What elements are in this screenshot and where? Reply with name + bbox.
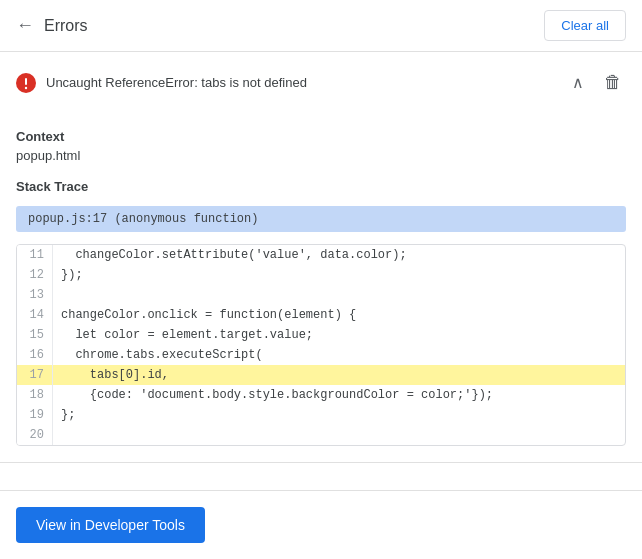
clear-all-button[interactable]: Clear all	[544, 10, 626, 41]
code-line: 12});	[17, 265, 625, 285]
page-title: Errors	[44, 17, 88, 35]
stack-trace-label: Stack Trace	[16, 179, 626, 194]
line-number: 17	[17, 365, 53, 385]
line-number: 15	[17, 325, 53, 345]
error-header-row: Uncaught ReferenceError: tabs is not def…	[0, 52, 642, 113]
header-left: ← Errors	[16, 15, 88, 36]
line-content: changeColor.onclick = function(element) …	[53, 305, 625, 325]
page-header: ← Errors Clear all	[0, 0, 642, 52]
error-actions: ∧ 🗑	[568, 68, 626, 97]
delete-button[interactable]: 🗑	[600, 68, 626, 97]
context-label: Context	[16, 129, 626, 144]
code-line: 19};	[17, 405, 625, 425]
line-number: 20	[17, 425, 53, 445]
line-number: 18	[17, 385, 53, 405]
code-line: 18 {code: 'document.body.style.backgroun…	[17, 385, 625, 405]
line-content	[53, 285, 625, 305]
line-content: });	[53, 265, 625, 285]
main-content: Uncaught ReferenceError: tabs is not def…	[0, 52, 642, 490]
line-content: changeColor.setAttribute('value', data.c…	[53, 245, 625, 265]
code-line: 17 tabs[0].id,	[17, 365, 625, 385]
code-line: 20	[17, 425, 625, 445]
line-number: 14	[17, 305, 53, 325]
stack-trace-value: popup.js:17 (anonymous function)	[16, 206, 626, 232]
context-value: popup.html	[16, 148, 626, 163]
collapse-button[interactable]: ∧	[568, 69, 588, 96]
code-line: 13	[17, 285, 625, 305]
error-item: Uncaught ReferenceError: tabs is not def…	[0, 52, 642, 463]
code-line: 11 changeColor.setAttribute('value', dat…	[17, 245, 625, 265]
error-details: Context popup.html Stack Trace popup.js:…	[0, 129, 642, 462]
line-number: 19	[17, 405, 53, 425]
line-content: };	[53, 405, 625, 425]
line-number: 11	[17, 245, 53, 265]
line-content: {code: 'document.body.style.backgroundCo…	[53, 385, 625, 405]
line-content: chrome.tabs.executeScript(	[53, 345, 625, 365]
line-content	[53, 425, 625, 445]
line-number: 12	[17, 265, 53, 285]
code-scroll-area[interactable]: 11 changeColor.setAttribute('value', dat…	[17, 245, 625, 445]
line-number: 16	[17, 345, 53, 365]
code-line: 15 let color = element.target.value;	[17, 325, 625, 345]
back-button[interactable]: ←	[16, 15, 34, 36]
svg-point-2	[25, 86, 27, 88]
code-block: 11 changeColor.setAttribute('value', dat…	[16, 244, 626, 446]
error-message-text: Uncaught ReferenceError: tabs is not def…	[46, 75, 558, 90]
line-content: let color = element.target.value;	[53, 325, 625, 345]
footer: View in Developer Tools	[0, 490, 642, 559]
error-icon	[16, 73, 36, 93]
svg-rect-1	[25, 78, 27, 85]
view-in-devtools-button[interactable]: View in Developer Tools	[16, 507, 205, 543]
code-line: 14changeColor.onclick = function(element…	[17, 305, 625, 325]
line-number: 13	[17, 285, 53, 305]
line-content: tabs[0].id,	[53, 365, 625, 385]
code-line: 16 chrome.tabs.executeScript(	[17, 345, 625, 365]
